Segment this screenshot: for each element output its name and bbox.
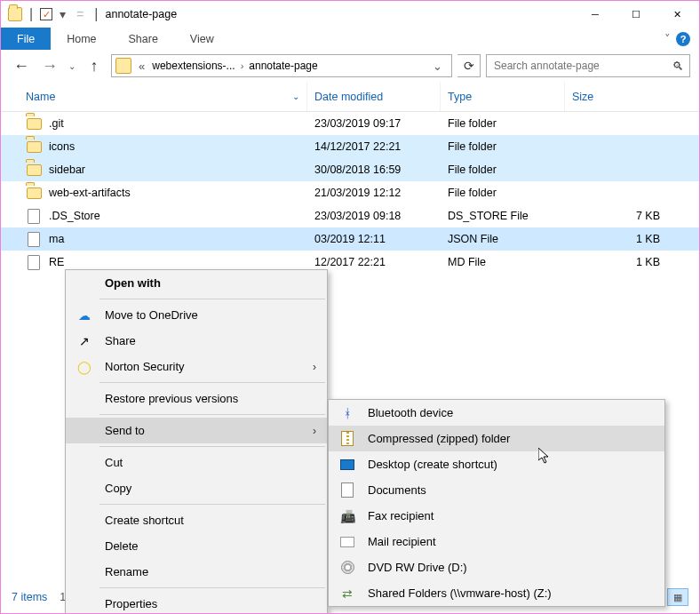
column-headers: Name ⌄ Date modified Type Size bbox=[1, 82, 699, 112]
file-icon bbox=[26, 208, 42, 224]
row-size: 1 KB bbox=[572, 233, 699, 245]
help-icon[interactable]: ? bbox=[676, 32, 690, 46]
sendto-shared-label: Shared Folders (\\vmware-host) (Z:) bbox=[368, 586, 552, 600]
search-box[interactable]: 🔍︎ bbox=[486, 54, 690, 77]
network-folder-icon: ⇄ bbox=[339, 586, 355, 602]
qat-checkbox-icon[interactable]: ✓ bbox=[40, 8, 52, 20]
table-row[interactable]: web-ext-artifacts21/03/2019 12:12File fo… bbox=[1, 181, 699, 204]
status-count: 7 items bbox=[12, 591, 47, 603]
sendto-desktop-label: Desktop (create shortcut) bbox=[368, 458, 497, 471]
ctx-delete-label: Delete bbox=[105, 539, 139, 553]
col-name[interactable]: Name ⌄ bbox=[19, 82, 307, 111]
mail-icon bbox=[339, 534, 355, 550]
ctx-rename[interactable]: Rename bbox=[66, 559, 327, 585]
table-row[interactable]: sidebar30/08/2018 16:59File folder bbox=[1, 158, 699, 181]
table-row[interactable]: .DS_Store23/03/2019 09:18DS_STORE File7 … bbox=[1, 204, 699, 227]
share-tab[interactable]: Share bbox=[113, 28, 174, 50]
file-list[interactable]: .git23/03/2019 09:17File foldericons14/1… bbox=[1, 112, 699, 274]
close-button[interactable]: ✕ bbox=[656, 1, 697, 28]
ctx-properties[interactable]: Properties bbox=[66, 591, 327, 614]
back-button[interactable]: ← bbox=[10, 54, 33, 77]
search-input[interactable] bbox=[492, 59, 672, 73]
sort-caret-icon[interactable]: ⌄ bbox=[292, 92, 299, 101]
row-type: JSON File bbox=[448, 233, 572, 245]
ctx-norton-label: Norton Security bbox=[105, 360, 185, 373]
sendto-zip-label: Compressed (zipped) folder bbox=[368, 432, 510, 445]
file-icon bbox=[26, 254, 42, 270]
sendto-dvd[interactable]: DVD RW Drive (D:) bbox=[329, 554, 664, 580]
qat-customize-icon[interactable]: ▾ bbox=[56, 7, 69, 21]
ctx-norton[interactable]: ◯Norton Security› bbox=[66, 354, 327, 379]
fax-icon: 📠 bbox=[339, 508, 355, 524]
minimize-button[interactable]: ─ bbox=[575, 1, 616, 28]
ctx-copy[interactable]: Copy bbox=[66, 475, 327, 501]
sendto-bluetooth-label: Bluetooth device bbox=[368, 406, 453, 419]
row-name: .git bbox=[49, 117, 314, 130]
refresh-button[interactable]: ⟳ bbox=[457, 54, 481, 77]
maximize-button[interactable]: ☐ bbox=[616, 1, 656, 28]
row-date: 23/03/2019 09:17 bbox=[314, 117, 448, 130]
sendto-documents-label: Documents bbox=[368, 483, 426, 497]
chevron-right-icon: › bbox=[313, 425, 316, 437]
breadcrumb-seg-1[interactable]: webextensions-... bbox=[148, 60, 238, 72]
ribbon: File Home Share View ˅ ? bbox=[1, 28, 699, 50]
sendto-documents[interactable]: Documents bbox=[329, 477, 664, 503]
breadcrumb-seg-2[interactable]: annotate-page bbox=[245, 60, 321, 72]
view-tab[interactable]: View bbox=[174, 28, 230, 50]
col-size[interactable]: Size bbox=[565, 82, 699, 111]
share-icon: ↗ bbox=[76, 333, 92, 349]
ctx-open-with-label: Open with bbox=[105, 276, 161, 290]
sendto-fax[interactable]: 📠Fax recipient bbox=[329, 503, 664, 529]
file-tab[interactable]: File bbox=[1, 28, 51, 50]
folder-icon bbox=[26, 185, 42, 201]
qat-separator3: | bbox=[94, 6, 98, 22]
icons-view-button[interactable]: ▦ bbox=[667, 588, 688, 606]
ctx-cut[interactable]: Cut bbox=[66, 450, 327, 475]
ctx-shortcut-label: Create shortcut bbox=[105, 514, 184, 527]
address-bar: ← → ⌄ ↑ « webextensions-... › annotate-p… bbox=[1, 50, 699, 82]
onedrive-icon: ☁ bbox=[76, 307, 92, 323]
up-button[interactable]: ↑ bbox=[83, 54, 106, 77]
ctx-move-onedrive[interactable]: ☁Move to OneDrive bbox=[66, 302, 327, 328]
ctx-sep bbox=[99, 382, 325, 383]
sendto-submenu: ᚼBluetooth device Compressed (zipped) fo… bbox=[328, 399, 665, 607]
chevron-right-icon: › bbox=[313, 361, 316, 373]
ctx-onedrive-label: Move to OneDrive bbox=[105, 308, 198, 322]
ctx-open-with[interactable]: Open with bbox=[66, 270, 327, 296]
table-row[interactable]: .git23/03/2019 09:17File folder bbox=[1, 112, 699, 135]
ctx-rename-label: Rename bbox=[105, 565, 148, 578]
sendto-bluetooth[interactable]: ᚼBluetooth device bbox=[329, 400, 664, 426]
ctx-share-label: Share bbox=[105, 334, 136, 347]
table-row[interactable]: ma03/2019 12:11JSON File1 KB bbox=[1, 227, 699, 251]
qat-separator2: = bbox=[73, 7, 87, 21]
breadcrumb-dropdown-icon[interactable]: ⌄ bbox=[427, 60, 448, 73]
sendto-mail-label: Mail recipient bbox=[368, 535, 436, 548]
search-icon[interactable]: 🔍︎ bbox=[672, 60, 684, 73]
row-size: 7 KB bbox=[572, 210, 699, 222]
sendto-desktop[interactable]: Desktop (create shortcut) bbox=[329, 451, 664, 477]
history-dropdown-icon[interactable]: ⌄ bbox=[67, 61, 77, 71]
documents-icon bbox=[339, 482, 355, 498]
ctx-send-to[interactable]: Send to› bbox=[66, 418, 327, 443]
ctx-sep bbox=[99, 504, 325, 505]
sendto-shared[interactable]: ⇄Shared Folders (\\vmware-host) (Z:) bbox=[329, 580, 664, 606]
ctx-delete[interactable]: Delete bbox=[66, 533, 327, 559]
sendto-zip[interactable]: Compressed (zipped) folder bbox=[329, 426, 664, 451]
ctx-restore[interactable]: Restore previous versions bbox=[66, 386, 327, 411]
ribbon-collapse-icon[interactable]: ˅ bbox=[664, 32, 671, 45]
breadcrumb[interactable]: « webextensions-... › annotate-page ⌄ bbox=[111, 54, 452, 77]
col-type[interactable]: Type bbox=[441, 82, 565, 111]
sendto-fax-label: Fax recipient bbox=[368, 509, 434, 522]
sendto-mail[interactable]: Mail recipient bbox=[329, 529, 664, 554]
chevron-right-icon[interactable]: › bbox=[239, 60, 246, 71]
ctx-share[interactable]: ↗Share bbox=[66, 328, 327, 354]
col-date[interactable]: Date modified bbox=[307, 82, 441, 111]
row-date: 21/03/2019 12:12 bbox=[314, 187, 448, 199]
forward-button[interactable]: → bbox=[38, 54, 61, 77]
ctx-cut-label: Cut bbox=[105, 456, 123, 469]
table-row[interactable]: icons14/12/2017 22:21File folder bbox=[1, 135, 699, 158]
ctx-create-shortcut[interactable]: Create shortcut bbox=[66, 507, 327, 533]
zip-icon bbox=[339, 431, 355, 447]
breadcrumb-overflow-icon[interactable]: « bbox=[135, 60, 148, 73]
home-tab[interactable]: Home bbox=[51, 28, 112, 50]
